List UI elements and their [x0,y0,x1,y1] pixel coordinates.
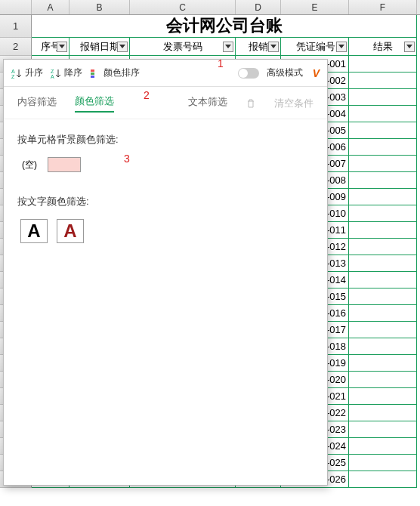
color-swatch-pink[interactable] [48,157,81,172]
filter-btn-D[interactable] [268,42,279,52]
cell-result[interactable] [349,56,417,73]
cell-result[interactable] [349,239,417,255]
font-color-red[interactable]: A [57,219,84,243]
sort-asc-label: 升序 [25,66,43,79]
cell-result[interactable] [349,172,417,189]
cell-result[interactable] [349,222,417,239]
header-result[interactable]: 结果 [349,38,417,56]
cell-result[interactable] [349,438,417,455]
row-2: 2 序号 报销日期 发票号码 报销 凭证编号 结果 [0,38,420,56]
svg-rect-4 [91,69,94,72]
cell-result[interactable] [349,156,417,172]
header-invoice[interactable]: 发票号码 [130,38,236,56]
empty-option-label[interactable]: (空) [22,159,37,171]
sort-desc-icon: ZA [51,68,61,79]
svg-rect-6 [91,76,94,78]
font-color-options: A A [20,219,313,243]
filter-btn-A[interactable] [57,42,67,52]
col-E[interactable]: E [281,0,349,14]
cell-result[interactable] [349,189,417,205]
cell-result[interactable] [349,355,417,372]
vip-badge: V [313,67,320,79]
header-date-label: 报销日期 [80,41,119,52]
cell-result[interactable] [349,338,417,355]
cell-result[interactable] [349,255,417,272]
header-invoice-label: 发票号码 [163,41,202,52]
svg-rect-5 [91,73,94,75]
bg-color-options: (空) [22,157,313,172]
cell-result[interactable] [349,205,417,222]
cell-result[interactable] [349,272,417,288]
col-B[interactable]: B [69,0,130,14]
color-sort-icon [90,68,100,79]
header-date[interactable]: 报销日期 [69,38,130,56]
sort-desc-label: 降序 [64,66,82,79]
column-headers: A B C D E F [0,0,420,15]
advanced-label: 高级模式 [267,66,303,79]
annotation-1: 1 [218,57,224,69]
cell-result[interactable] [349,89,417,106]
cell-result[interactable] [349,388,417,405]
filter-btn-C[interactable] [223,42,233,52]
header-person-label: 报销 [249,41,268,52]
font-color-black[interactable]: A [20,219,48,243]
panel-toolbar: AZ 升序 ZA 降序 颜色排序 高级模式 V [4,60,327,87]
title-cell[interactable]: 会计网公司台账 [32,15,417,38]
svg-text:A: A [11,69,15,74]
cell-result[interactable] [349,471,417,488]
filter-btn-E[interactable] [336,42,347,52]
col-A[interactable]: A [32,0,69,14]
cell-result[interactable] [349,421,417,438]
header-voucher[interactable]: 凭证编号 [281,38,349,56]
sort-asc-button[interactable]: AZ 升序 [11,66,43,79]
font-color-section-label: 按文字颜色筛选: [17,195,313,208]
col-C[interactable]: C [130,0,236,14]
corner-cell [0,0,32,14]
tab-color-filter[interactable]: 颜色筛选 [75,94,114,113]
cell-result[interactable] [349,305,417,322]
cell-result[interactable] [349,122,417,139]
tab-content-filter[interactable]: 内容筛选 [17,95,57,112]
header-seq[interactable]: 序号 [32,38,69,56]
cell-result[interactable] [349,322,417,338]
cell-result[interactable] [349,288,417,305]
annotation-2: 2 [144,89,150,101]
sort-desc-button[interactable]: ZA 降序 [51,66,82,79]
filter-btn-B[interactable] [117,42,128,52]
col-F[interactable]: F [349,0,417,14]
cell-result[interactable] [349,106,417,122]
row-head-1[interactable]: 1 [0,15,32,38]
cell-result[interactable] [349,455,417,471]
cell-result[interactable] [349,139,417,156]
row-head-2[interactable]: 2 [0,38,32,56]
svg-text:Z: Z [51,69,54,74]
trash-icon [246,98,256,109]
cell-result[interactable] [349,372,417,388]
advanced-toggle[interactable] [238,68,259,79]
filter-panel: AZ 升序 ZA 降序 颜色排序 高级模式 V 内容筛选 颜色筛选 文本筛选 清… [3,59,328,486]
header-voucher-label: 凭证编号 [296,41,335,52]
filter-tabs: 内容筛选 颜色筛选 文本筛选 清空条件 [4,87,327,119]
clear-conditions[interactable]: 清空条件 [274,97,313,110]
filter-btn-F[interactable] [404,42,415,52]
row-1: 1 会计网公司台账 [0,15,420,38]
cell-result[interactable] [349,73,417,89]
annotation-3: 3 [124,153,130,165]
header-result-label: 结果 [373,41,393,52]
col-D[interactable]: D [236,0,281,14]
bg-color-section-label: 按单元格背景颜色筛选: [17,133,313,147]
svg-text:Z: Z [11,74,15,79]
color-sort-button[interactable]: 颜色排序 [90,66,140,79]
header-person[interactable]: 报销 [236,38,281,56]
svg-text:A: A [51,74,54,79]
cell-result[interactable] [349,405,417,421]
panel-body: 按单元格背景颜色筛选: (空) 按文字颜色筛选: A A [4,119,327,257]
tab-text-filter[interactable]: 文本筛选 [188,95,227,112]
color-sort-label: 颜色排序 [103,66,140,79]
sort-asc-icon: AZ [11,68,22,79]
